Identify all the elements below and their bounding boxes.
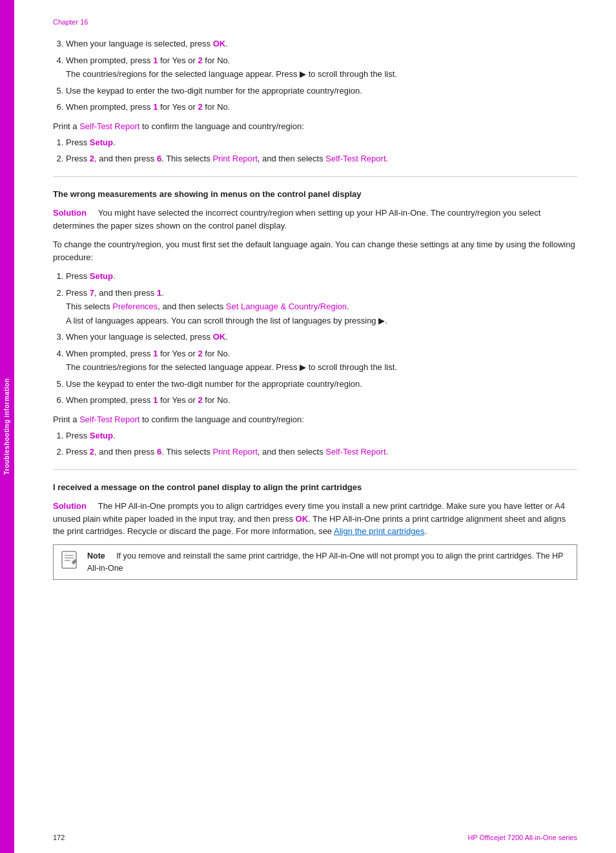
section-heading-1: The wrong measurements are showing in me… xyxy=(53,189,577,200)
num2-highlight: 2 xyxy=(90,447,94,457)
num7-highlight: 7 xyxy=(90,288,94,298)
list-item: Press 2, and then press 6. This selects … xyxy=(66,446,577,458)
preferences-highlight: Preferences xyxy=(112,302,158,311)
num2-highlight: 2 xyxy=(90,154,94,163)
solution-para-1: Solution You might have selected the inc… xyxy=(53,207,577,232)
setup-highlight: Setup xyxy=(90,431,113,440)
pencil-note-icon xyxy=(61,550,80,570)
num2-highlight: 2 xyxy=(198,395,203,405)
setup-highlight: Setup xyxy=(90,138,113,147)
list-item: Press Setup. xyxy=(66,136,577,149)
self-test-highlight: Self-Test Report xyxy=(325,447,385,457)
sub-text: The countries/regions for the selected l… xyxy=(66,361,577,374)
list-item: When your language is selected, press OK… xyxy=(66,37,577,50)
list-item: Press Setup. xyxy=(66,429,577,442)
print-report-highlight: Print Report xyxy=(212,447,257,457)
solution-label-2: Solution xyxy=(53,501,87,511)
list-item: When your language is selected, press OK… xyxy=(66,331,577,344)
sub-text: The countries/regions for the selected l… xyxy=(66,68,577,81)
list-item: When prompted, press 1 for Yes or 2 for … xyxy=(66,101,577,114)
print-report-label: Print a Self-Test Report to confirm the … xyxy=(53,120,577,133)
ok-highlight-2: OK xyxy=(296,514,309,524)
section-heading-2: I received a message on the control pane… xyxy=(53,482,577,493)
list-item: Press Setup. xyxy=(66,270,577,283)
page-number: 172 xyxy=(53,834,65,841)
list-item: Use the keypad to enter the two-digit nu… xyxy=(66,378,577,391)
set-language-highlight: Set Language & Country/Region xyxy=(226,302,347,311)
num6-highlight: 6 xyxy=(157,154,161,163)
footer: 172 HP Officejet 7200 All-in-One series xyxy=(14,834,616,841)
setup-highlight: Setup xyxy=(90,271,113,281)
list-item: Use the keypad to enter the two-digit nu… xyxy=(66,85,577,98)
divider-2 xyxy=(53,469,577,470)
align-cartridges-link[interactable]: Align the print cartridges xyxy=(334,526,424,536)
self-test-link2: Self-Test Report xyxy=(79,415,139,424)
chapter-header: Chapter 16 xyxy=(53,18,577,26)
num1-highlight: 1 xyxy=(153,395,158,405)
sidebar-label: Troubleshooting information xyxy=(4,378,11,475)
top-numbered-list: When your language is selected, press OK… xyxy=(66,37,577,114)
num1-highlight: 1 xyxy=(157,288,161,298)
list-item: Press 7, and then press 1. This selects … xyxy=(66,287,577,327)
steps-list-1: Press Setup. Press 7, and then press 1. … xyxy=(66,270,577,407)
divider-1 xyxy=(53,176,577,177)
note-text: Note If you remove and reinstall the sam… xyxy=(87,550,570,575)
num2-highlight: 2 xyxy=(198,56,203,65)
solution-para-2: Solution The HP All-in-One prompts you t… xyxy=(53,500,577,538)
print-report-label-2: Print a Self-Test Report to confirm the … xyxy=(53,413,577,426)
sub-text-2: A list of languages appears. You can scr… xyxy=(66,314,577,327)
sub-numbered-list-1: Press Setup. Press 2, and then press 6. … xyxy=(66,136,577,165)
para-change-region: To change the country/region, you must f… xyxy=(53,238,577,263)
self-test-highlight: Self-Test Report xyxy=(325,154,385,163)
sub-text: This selects Print Report, and then sele… xyxy=(166,447,388,457)
list-item: When prompted, press 1 for Yes or 2 for … xyxy=(66,54,577,81)
print-report-highlight: Print Report xyxy=(212,154,257,163)
ok-highlight: OK xyxy=(213,332,226,342)
sub-text: This selects Preferences, and then selec… xyxy=(66,300,577,313)
sub-text: This selects Print Report, and then sele… xyxy=(166,154,388,163)
self-test-link1: Self-Test Report xyxy=(79,121,139,131)
main-content: Chapter 16 When your language is selecte… xyxy=(14,0,616,606)
ok-highlight: OK xyxy=(213,39,226,48)
sub-numbered-list-2: Press Setup. Press 2, and then press 6. … xyxy=(66,429,577,458)
num1-highlight: 1 xyxy=(153,56,158,65)
section-wrong-measurements: The wrong measurements are showing in me… xyxy=(53,189,577,458)
num2-highlight: 2 xyxy=(198,349,203,358)
note-label: Note xyxy=(87,551,105,560)
num6-highlight: 6 xyxy=(157,447,161,457)
section-align-cartridges: I received a message on the control pane… xyxy=(53,482,577,580)
solution-label-1: Solution xyxy=(53,208,87,218)
list-item: When prompted, press 1 for Yes or 2 for … xyxy=(66,394,577,407)
note-box: Note If you remove and reinstall the sam… xyxy=(53,544,577,581)
list-item: When prompted, press 1 for Yes or 2 for … xyxy=(66,347,577,374)
page: Troubleshooting information Chapter 16 W… xyxy=(0,0,616,853)
sidebar: Troubleshooting information xyxy=(0,0,14,853)
num2-highlight: 2 xyxy=(198,102,203,112)
note-icon xyxy=(60,550,81,573)
product-name: HP Officejet 7200 All-in-One series xyxy=(467,834,577,841)
num1-highlight: 1 xyxy=(153,349,158,358)
num1-highlight: 1 xyxy=(153,102,158,112)
list-item: Press 2, and then press 6. This selects … xyxy=(66,152,577,165)
